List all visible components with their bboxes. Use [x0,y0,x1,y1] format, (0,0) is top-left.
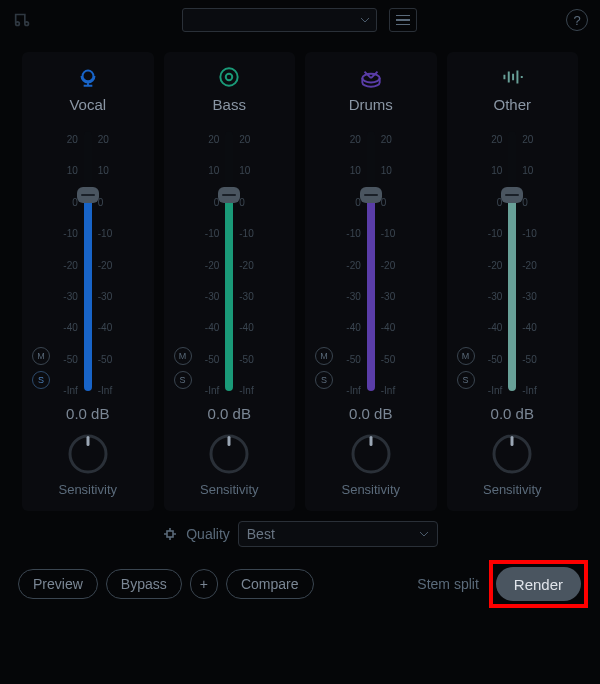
help-button[interactable]: ? [566,9,588,31]
menu-button[interactable] [389,8,417,32]
quality-label: Quality [186,526,230,542]
app-logo-icon [12,9,34,31]
slider-zone: M S 20100-10-20-30-40-50-Inf 20100-10-20… [168,131,292,391]
volume-slider[interactable] [225,131,233,391]
mute-button[interactable]: M [315,347,333,365]
bottom-bar: Preview Bypass + Compare Stem split Rend… [0,559,600,609]
sensitivity-label: Sensitivity [200,482,259,497]
sensitivity-knob[interactable] [349,432,393,476]
scale-right: 20100-10-20-30-40-50-Inf [98,131,118,391]
channel-title: Drums [349,96,393,113]
svg-point-2 [221,68,238,85]
sensitivity-label: Sensitivity [58,482,117,497]
slider-thumb[interactable] [360,187,382,203]
render-button[interactable]: Render [496,567,581,601]
sensitivity-knob[interactable] [207,432,251,476]
solo-button[interactable]: S [174,371,192,389]
slider-zone: M S 20100-10-20-30-40-50-Inf 20100-10-20… [451,131,575,391]
solo-button[interactable]: S [457,371,475,389]
solo-button[interactable]: S [32,371,50,389]
vocal-icon [75,64,101,90]
sensitivity-knob[interactable] [490,432,534,476]
scale-left: 20100-10-20-30-40-50-Inf [58,131,78,391]
drums-icon [358,64,384,90]
channel-other: Other M S 20100-10-20-30-40-50-Inf 20100… [447,52,579,511]
quality-select-value: Best [247,526,275,542]
mute-button[interactable]: M [174,347,192,365]
volume-slider[interactable] [367,131,375,391]
quality-select[interactable]: Best [238,521,438,547]
scale-right: 20100-10-20-30-40-50-Inf [239,131,259,391]
slider-thumb[interactable] [77,187,99,203]
sensitivity-label: Sensitivity [341,482,400,497]
svg-point-3 [226,74,233,81]
slider-thumb[interactable] [218,187,240,203]
channel-vocal: Vocal M S 20100-10-20-30-40-50-Inf 20100… [22,52,154,511]
scale-right: 20100-10-20-30-40-50-Inf [522,131,542,391]
slider-thumb[interactable] [501,187,523,203]
volume-slider[interactable] [84,131,92,391]
channel-drums: Drums M S 20100-10-20-30-40-50-Inf 20100… [305,52,437,511]
render-highlight-box: Render [489,560,588,608]
preview-button[interactable]: Preview [18,569,98,599]
channel-title: Other [493,96,531,113]
quality-icon [162,526,178,542]
solo-button[interactable]: S [315,371,333,389]
bypass-button[interactable]: Bypass [106,569,182,599]
scale-left: 20100-10-20-30-40-50-Inf [482,131,502,391]
volume-slider[interactable] [508,131,516,391]
db-readout: 0.0 dB [66,405,109,422]
db-readout: 0.0 dB [208,405,251,422]
db-readout: 0.0 dB [491,405,534,422]
stem-split-label[interactable]: Stem split [417,576,478,592]
channel-title: Vocal [69,96,106,113]
scale-right: 20100-10-20-30-40-50-Inf [381,131,401,391]
db-readout: 0.0 dB [349,405,392,422]
svg-rect-8 [167,531,173,537]
sensitivity-label: Sensitivity [483,482,542,497]
sensitivity-knob[interactable] [66,432,110,476]
svg-point-0 [82,71,93,82]
bass-icon [216,64,242,90]
mute-button[interactable]: M [457,347,475,365]
top-bar: ? [0,0,600,40]
add-button[interactable]: + [190,569,218,599]
mute-button[interactable]: M [32,347,50,365]
slider-zone: M S 20100-10-20-30-40-50-Inf 20100-10-20… [309,131,433,391]
quality-row: Quality Best [0,511,600,553]
scale-left: 20100-10-20-30-40-50-Inf [341,131,361,391]
channel-title: Bass [213,96,246,113]
scale-left: 20100-10-20-30-40-50-Inf [199,131,219,391]
other-icon [499,64,525,90]
channel-bass: Bass M S 20100-10-20-30-40-50-Inf 20100-… [164,52,296,511]
compare-button[interactable]: Compare [226,569,314,599]
slider-zone: M S 20100-10-20-30-40-50-Inf 20100-10-20… [26,131,150,391]
preset-select[interactable] [182,8,377,32]
channel-strip-container: Vocal M S 20100-10-20-30-40-50-Inf 20100… [0,40,600,511]
